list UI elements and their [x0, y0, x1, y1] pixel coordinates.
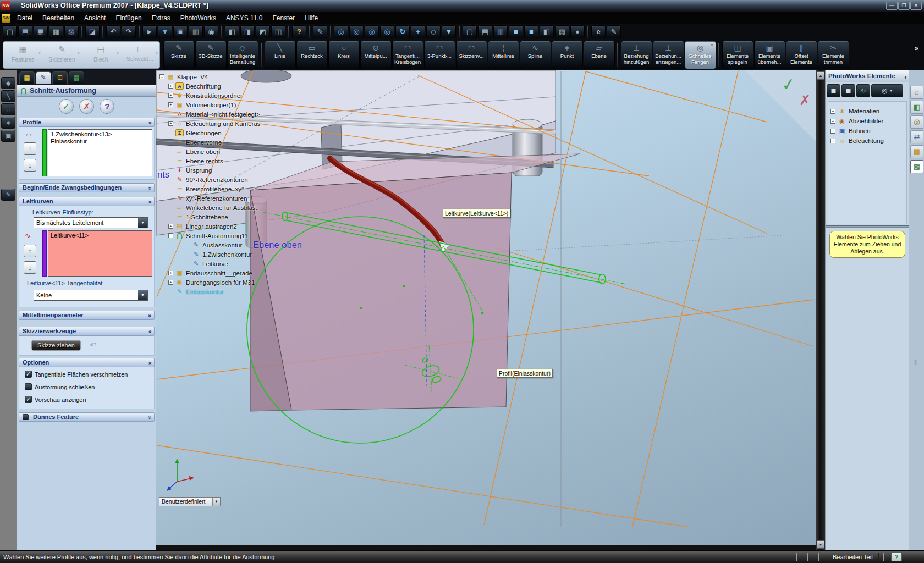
- pw-item-buehnen[interactable]: +▣Bühnen: [828, 126, 906, 136]
- view-orientation-icon[interactable]: ◫: [271, 25, 285, 38]
- redo-icon[interactable]: ↷: [122, 25, 136, 38]
- undo-icon[interactable]: ↶: [106, 25, 120, 38]
- chevron-down-icon[interactable]: ▼: [138, 290, 147, 300]
- quick-tips-help-icon[interactable]: ?: [891, 553, 902, 561]
- custom-properties-tab-icon[interactable]: ▤: [910, 145, 923, 158]
- menu-ansicht[interactable]: Ansicht: [79, 14, 111, 23]
- hidden-lines-visible-icon[interactable]: ▤: [478, 25, 492, 38]
- new-document-icon[interactable]: ▢: [3, 25, 17, 38]
- expand-toggle[interactable]: +: [831, 139, 835, 143]
- zoom-in-out-icon[interactable]: ◎: [365, 25, 379, 38]
- pdm-tab-icon[interactable]: ⇄: [910, 130, 923, 143]
- intelligente-bemassung-button[interactable]: ◇Intelligente Bemaßung: [227, 41, 258, 69]
- collapse-toggle[interactable]: -: [168, 233, 173, 238]
- schnelles-fangen-button[interactable]: ▼◎Schnelles Fangen: [685, 41, 716, 69]
- ebene-button[interactable]: ▱Ebene: [584, 41, 615, 69]
- thin-feature-checkbox[interactable]: [23, 414, 29, 420]
- checkbox-checked-icon[interactable]: [25, 396, 32, 403]
- chevron-down-icon[interactable]: ▼: [212, 498, 220, 506]
- expand-toggle[interactable]: +: [168, 84, 173, 89]
- menu-einfuegen[interactable]: Einfügen: [111, 14, 146, 23]
- chevron-down-icon[interactable]: ▼: [138, 218, 147, 228]
- file-explorer-tab-icon[interactable]: ◎: [910, 115, 923, 129]
- flyout-sketch-icon[interactable]: ✎: [1, 189, 15, 201]
- pan-icon[interactable]: +: [411, 25, 425, 38]
- expand-toggle[interactable]: +: [168, 102, 173, 107]
- tab-schweissen[interactable]: ∟ Schweiß... ▼: [120, 42, 160, 68]
- beziehung-hinzufuegen-button[interactable]: ⊥Beziehung hinzufügen: [621, 41, 652, 69]
- guide-curve-list[interactable]: Leitkurve<11>: [48, 230, 152, 277]
- rebuild-icon[interactable]: ◪: [85, 25, 100, 38]
- tree-item-linear-austragen[interactable]: +▤Linear austragen2: [160, 222, 341, 231]
- skizzenverrundung-button[interactable]: ◠Skizzenv...: [456, 41, 487, 69]
- tree-item-durchgangsloch[interactable]: +◉Durchgangsloch für M31: [160, 278, 341, 287]
- option-show-preview[interactable]: Vorschau anzeigen: [25, 396, 86, 405]
- profile-list[interactable]: 1.Zwischenkontur<13> Einlasskontur: [48, 129, 152, 176]
- expand-icon[interactable]: »: [145, 314, 153, 317]
- tree-item-90-referenzkonturen[interactable]: ✎90°-Referenzkonturen: [160, 175, 341, 184]
- tree-item-auslasskontur[interactable]: ✎Auslasskontur: [160, 240, 341, 250]
- section-view-icon[interactable]: ◩: [256, 25, 270, 38]
- section-sketchtools-header[interactable]: Skizzierwerkzeuge »: [19, 327, 155, 336]
- chevron-down-icon[interactable]: ▼: [155, 52, 158, 55]
- design-library-tab-icon[interactable]: ◧: [910, 101, 923, 114]
- move-profile-down-button[interactable]: ↓: [24, 159, 36, 172]
- expand-toggle[interactable]: +: [168, 121, 173, 126]
- expand-icon[interactable]: »: [145, 186, 153, 190]
- task-pane-splitter[interactable]: ▲ ▼: [816, 70, 825, 550]
- shadows-icon[interactable]: ◧: [540, 25, 554, 38]
- tree-item-xy-referenzkonturen[interactable]: ✎xy°-Referenzkonturen: [160, 194, 341, 203]
- tangentialer-kreisbogen-button[interactable]: ◠Tangenti... Kreisbogen: [392, 41, 424, 69]
- tree-item-solid-bodies[interactable]: +▣Volumenkörper(1): [160, 100, 341, 109]
- standard-views-icon[interactable]: ◇: [426, 25, 441, 38]
- tree-item-material[interactable]: ∴Material <nicht festgelegt>: [160, 109, 341, 119]
- minimize-button[interactable]: —: [886, 2, 898, 10]
- checkbox-checked-icon[interactable]: [25, 371, 32, 378]
- expand-toggle[interactable]: +: [168, 93, 173, 98]
- skizze-button[interactable]: ✎Skizze: [163, 41, 195, 69]
- section-guides-header[interactable]: Leitkurven »: [19, 197, 155, 206]
- flyout-reference-icon[interactable]: ◆: [1, 77, 15, 89]
- tree-item-endausschnitt[interactable]: +▣Endausschnitt__gerade: [160, 268, 341, 278]
- chevron-down-icon[interactable]: ▼: [77, 52, 80, 55]
- document-menu-icon[interactable]: SW: [2, 14, 10, 23]
- section-thinfeature-header[interactable]: Dünnes Feature »: [19, 412, 155, 422]
- tree-item-front-plane[interactable]: ▱Ebene vorne: [160, 137, 341, 147]
- mittelpunkt-button[interactable]: ⊙Mittelpu...: [360, 41, 392, 69]
- skizze-ziehen-button[interactable]: Skizze ziehen: [31, 340, 81, 351]
- section-profile-header[interactable]: Profile »: [19, 118, 155, 127]
- task-pane-divider[interactable]: [826, 225, 909, 228]
- flyout-curve-icon[interactable]: ╲: [1, 90, 15, 102]
- featuremanager-tab[interactable]: ▦: [19, 71, 35, 84]
- tangency-select[interactable]: Keine ▼: [34, 290, 148, 301]
- confirm-cancel-icon[interactable]: ✗: [799, 92, 811, 108]
- tab-skizzieren[interactable]: ✎ Skizzieren ▼: [42, 42, 81, 68]
- tree-item-schnittebene[interactable]: ▱1.Schnittebene: [160, 212, 341, 222]
- rechteck-button[interactable]: ▭Rechteck: [296, 41, 328, 69]
- beziehungen-anzeigen-button[interactable]: ⊥Beziehun... anzeigen...: [653, 41, 684, 69]
- refresh-button[interactable]: ↻: [856, 84, 870, 97]
- pw-item-materialien[interactable]: +∗Materialien: [828, 106, 906, 116]
- elemente-spiegeln-button[interactable]: ◫Elemente spiegeln: [722, 41, 754, 69]
- tab-strip-grip[interactable]: ‖: [914, 359, 917, 367]
- tree-item-right-plane[interactable]: ▱Ebene rechts: [160, 156, 341, 165]
- 3d-skizze-button[interactable]: ✎3D-Skizze: [195, 41, 227, 69]
- punkt-button[interactable]: ∗Punkt: [552, 41, 583, 69]
- expand-toggle[interactable]: +: [831, 129, 835, 134]
- chevron-down-icon[interactable]: ▼: [38, 52, 41, 55]
- close-button[interactable]: ✕: [910, 2, 922, 10]
- edit-texture-icon[interactable]: ✎: [607, 25, 621, 38]
- selection-filter-icon[interactable]: ▼: [158, 25, 172, 38]
- option-close-loft[interactable]: Ausformung schließen: [25, 383, 95, 392]
- influence-type-select[interactable]: Bis nächstes Leitelement ▼: [34, 217, 148, 228]
- paste-icon[interactable]: ▥: [189, 25, 203, 38]
- chevron-down-icon[interactable]: ▼: [889, 89, 893, 92]
- linie-button[interactable]: ╲Linie: [265, 41, 296, 69]
- zoom-to-selection-icon[interactable]: ◎: [380, 25, 394, 38]
- photoworks-tab-icon[interactable]: ▩: [910, 160, 923, 173]
- measure-icon[interactable]: ◧: [225, 25, 239, 38]
- chevron-down-icon[interactable]: ▼: [116, 52, 119, 55]
- pw-item-beleuchtung[interactable]: +☼Beleuchtung: [828, 136, 906, 146]
- graphics-viewport[interactable]: -▦Klappe_V4 +ABeschriftung +◆Konstruktio…: [156, 70, 816, 550]
- elemente-trimmen-button[interactable]: ✂Elemente trimmen: [818, 41, 849, 69]
